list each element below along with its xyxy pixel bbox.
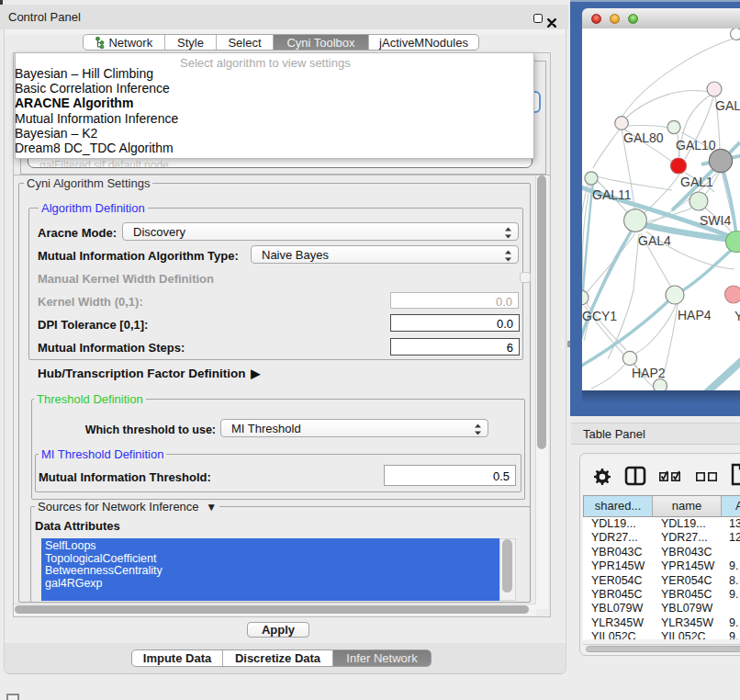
svg-text:GAL11: GAL11 [592,187,632,202]
svg-text:GAL4: GAL4 [638,233,671,248]
svg-text:HAP4: HAP4 [678,308,712,322]
svg-text:HAP2: HAP2 [632,366,666,380]
svg-text:GAL7: GAL7 [715,98,740,113]
svg-text:GCY1: GCY1 [582,309,617,323]
svg-text:GAL10: GAL10 [676,138,716,152]
svg-text:Y: Y [734,309,740,323]
svg-text:GAL1: GAL1 [680,175,713,189]
svg-text:GAL80: GAL80 [623,130,664,145]
svg-text:SWI4: SWI4 [700,213,731,228]
